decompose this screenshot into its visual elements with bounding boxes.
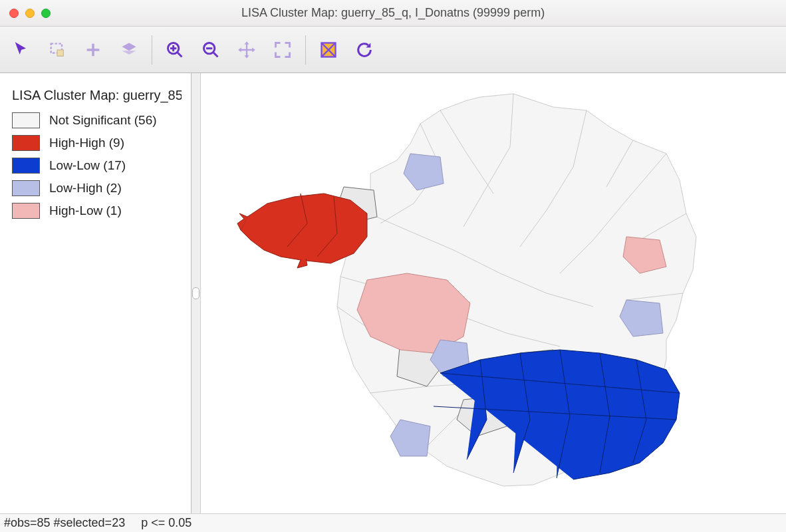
maximize-icon[interactable] xyxy=(41,9,51,18)
basemap-icon xyxy=(319,41,338,59)
map-canvas[interactable] xyxy=(201,73,786,513)
pan-button[interactable] xyxy=(231,34,263,66)
legend-label: High-High (9) xyxy=(49,136,124,150)
window-title: LISA Cluster Map: guerry_85_q, I_Donatns… xyxy=(0,6,786,20)
zoom-in-icon xyxy=(166,41,184,59)
legend-panel: LISA Cluster Map: guerry_85_q, I_Donatns… xyxy=(0,73,192,513)
zoom-out-icon xyxy=(201,41,220,59)
window-controls xyxy=(0,9,51,18)
legend-label: Low-High (2) xyxy=(49,181,122,196)
toolbar xyxy=(0,27,786,73)
legend-swatch xyxy=(12,112,40,128)
rectangle-select-icon xyxy=(48,41,66,59)
legend-items: Not Significant (56) High-High (9) Low-L… xyxy=(12,112,182,219)
splitter-grip-icon xyxy=(192,287,199,299)
content-area: LISA Cluster Map: guerry_85_q, I_Donatns… xyxy=(0,73,786,513)
pan-icon xyxy=(237,41,256,59)
legend-label: Not Significant (56) xyxy=(49,113,157,128)
rectangle-select-button[interactable] xyxy=(41,34,73,66)
layers-icon xyxy=(120,41,138,59)
legend-item-not-significant[interactable]: Not Significant (56) xyxy=(12,112,182,128)
france-map-svg xyxy=(201,73,786,513)
refresh-button[interactable] xyxy=(348,34,380,66)
layers-button[interactable] xyxy=(113,34,145,66)
minimize-icon[interactable] xyxy=(25,9,35,18)
window-titlebar: LISA Cluster Map: guerry_85_q, I_Donatns… xyxy=(0,0,786,27)
full-extent-button[interactable] xyxy=(267,34,299,66)
toolbar-separator xyxy=(305,35,306,65)
legend-label: Low-Low (17) xyxy=(49,158,126,173)
legend-item-high-low[interactable]: High-Low (1) xyxy=(12,203,182,219)
plus-icon xyxy=(84,41,102,59)
status-bar: #obs=85 #selected=23 p <= 0.05 xyxy=(0,513,786,532)
status-observations: #obs=85 #selected=23 xyxy=(4,516,125,530)
legend-swatch xyxy=(12,203,40,219)
close-icon[interactable] xyxy=(9,9,19,18)
svg-rect-1 xyxy=(57,50,63,56)
legend-label: High-Low (1) xyxy=(49,203,122,218)
fullscreen-icon xyxy=(273,41,292,59)
legend-item-high-high[interactable]: High-High (9) xyxy=(12,135,182,151)
panel-splitter[interactable] xyxy=(192,73,201,513)
legend-swatch xyxy=(12,158,40,174)
select-tool-button[interactable] xyxy=(5,34,37,66)
refresh-icon xyxy=(355,41,374,59)
legend-title: LISA Cluster Map: guerry_85_q, I_Donatns… xyxy=(12,88,182,103)
cursor-icon xyxy=(12,41,31,59)
add-button[interactable] xyxy=(77,34,109,66)
legend-swatch xyxy=(12,180,40,196)
toolbar-separator xyxy=(152,35,152,65)
zoom-in-button[interactable] xyxy=(159,34,191,66)
legend-swatch xyxy=(12,135,40,151)
zoom-out-button[interactable] xyxy=(195,34,227,66)
legend-item-low-high[interactable]: Low-High (2) xyxy=(12,180,182,196)
basemap-button[interactable] xyxy=(313,34,344,66)
status-p-threshold: p <= 0.05 xyxy=(141,516,192,530)
legend-item-low-low[interactable]: Low-Low (17) xyxy=(12,158,182,174)
